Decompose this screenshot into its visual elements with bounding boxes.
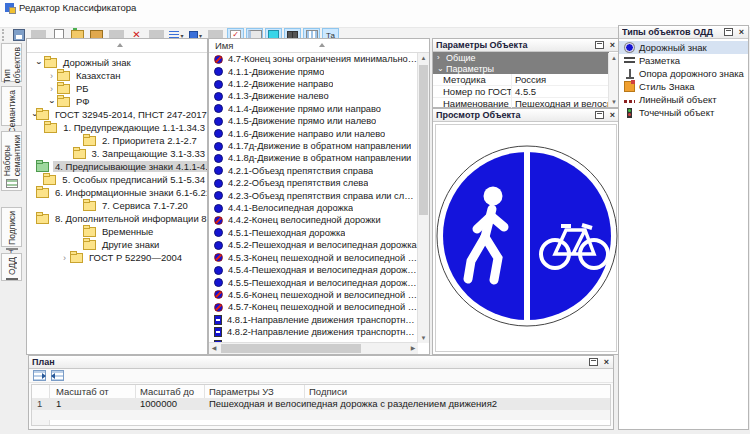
horizontal-scrollbar[interactable]: ◀ ▶ <box>209 342 418 354</box>
odd-type-item[interactable]: Разметка <box>619 54 748 67</box>
odd-types-panel: Типы объектов ОДД × Дорожный знак Размет… <box>618 25 749 430</box>
tree-item[interactable]: › 4. Предписывающие знаки 4.1.1-4.8.3 <box>27 160 207 173</box>
close-icon[interactable]: × <box>610 111 615 120</box>
save-icon[interactable] <box>10 28 27 43</box>
scroll-thumb[interactable] <box>419 65 428 215</box>
tree-item[interactable]: › 8. Дополнительной информации 8.1.1-8.2… <box>27 212 207 225</box>
expand-arrow-icon[interactable]: › <box>47 96 57 107</box>
sign-preview-image <box>436 125 618 353</box>
sign-list-item[interactable]: 4.1.6-Движение направо или налево <box>209 127 418 139</box>
tree-item[interactable]: › 6. Информационные знаки 6.1-6.21.2 <box>27 186 207 199</box>
sidebar-tab-objects[interactable]: Тип объектов <box>1 43 22 82</box>
tree-item[interactable]: › Казахстан <box>27 69 207 82</box>
close-icon[interactable]: × <box>739 28 744 37</box>
tree-column-header[interactable] <box>27 39 207 53</box>
dock-pin-icon[interactable] <box>595 41 604 49</box>
vertical-scrollbar[interactable]: ▲ ▼ <box>417 53 429 343</box>
expand-arrow-icon[interactable]: › <box>59 253 70 263</box>
folder-icon <box>36 214 49 224</box>
odd-type-item[interactable]: Линейный объект <box>619 93 748 106</box>
sign-list-item[interactable]: 4.5.6-Конец пешеходной и велосипедной до… <box>209 289 418 301</box>
tree-item[interactable]: › РБ <box>27 82 207 95</box>
sign-thumb-icon <box>214 266 223 275</box>
sign-list-item[interactable]: 4.1.2-Движение направо <box>209 78 418 90</box>
sign-list-item[interactable]: 4.1.5-Движение прямо или налево <box>209 115 418 127</box>
sign-list-item[interactable]: 4.2.2-Объезд препятствия слева <box>209 177 418 189</box>
sign-list-item[interactable]: 4.5.1-Пешеходная дорожка <box>209 227 418 239</box>
sign-thumb-icon <box>214 191 223 200</box>
object-preview-panel: Просмотр Объекта × <box>432 108 620 355</box>
tree-item[interactable]: › 5. Особых предписаний 5.1-5.34 <box>27 173 207 186</box>
sign-list-item[interactable]: 4.1.1-Движение прямо <box>209 65 418 77</box>
dock-pin-icon[interactable] <box>595 111 604 119</box>
sign-list-item[interactable]: 4.5.7-Конец пешеходной и велосипедной до… <box>209 301 418 313</box>
sign-list-item[interactable]: 4.5.2-Пешеходная и велосипедная дорожка <box>209 239 418 251</box>
odd-type-item[interactable]: Точечный объект <box>619 106 748 119</box>
sign-list-item[interactable]: 4.5.5-Пешеходная и велосипедная дорожка … <box>209 276 418 288</box>
sign-list-item[interactable]: 4.1.4-Движение прямо или направо <box>209 103 418 115</box>
close-icon[interactable]: × <box>604 358 609 367</box>
group-general[interactable]: ›Общие <box>433 52 609 63</box>
sort-ascending-icon <box>319 43 325 47</box>
tree-item[interactable]: › ГОСТ 32945-2014, ПНСТ 247-2017 <box>27 108 207 121</box>
odd-type-icon <box>624 100 635 103</box>
tree-item[interactable]: › Временные <box>27 225 207 238</box>
tree-item[interactable]: › Другие знаки <box>27 238 207 251</box>
sign-list-item[interactable]: 4.2.3-Объезд препятствия справа или слев… <box>209 189 418 201</box>
delete-row-icon[interactable] <box>51 370 64 381</box>
expand-arrow-icon[interactable]: › <box>46 71 57 81</box>
tree-item[interactable]: › 1. Предупреждающие 1.1-1.34.3 <box>27 121 207 134</box>
sign-list-item[interactable]: 4.4.2-Конец велосипедной дорожки <box>209 214 418 226</box>
dock-pin-icon[interactable] <box>724 28 733 36</box>
dock-pin-icon[interactable] <box>589 358 598 366</box>
title-bar: Редактор Классификатора <box>0 0 750 15</box>
sign-list-item[interactable]: 4.2.1-Объезд препятствия справа <box>209 165 418 177</box>
toolbar-grip[interactable] <box>2 29 9 41</box>
sign-list-item[interactable]: 4.7-Конец зоны ограничения минимальной с… <box>209 53 418 65</box>
plan-toolbar <box>29 369 613 383</box>
sidebar-tab-labels[interactable]: Подписи <box>1 207 22 247</box>
folder-icon <box>83 136 96 146</box>
expand-arrow-icon[interactable]: › <box>46 84 57 94</box>
name-column-header[interactable]: Имя <box>209 39 429 53</box>
sign-list-item[interactable]: 4.1.3-Движение налево <box>209 90 418 102</box>
sign-thumb-icon <box>214 154 223 163</box>
odd-type-item[interactable]: Опора дорожного знака <box>619 67 748 80</box>
plan-table-row[interactable]: 1 1 1000000 Пешеходная и велосипедная до… <box>32 398 610 410</box>
close-icon[interactable]: × <box>610 41 615 50</box>
sign-list-item[interactable]: 4.4.1-Велосипедная дорожка <box>209 202 418 214</box>
tree-item[interactable]: › РФ <box>27 95 207 108</box>
sign-list-item[interactable]: 4.8.2-Направление движения транспортных … <box>209 326 418 338</box>
tree-item[interactable]: › 3. Запрещающие 3.1-3.33 <box>27 147 207 160</box>
sign-thumb-icon <box>214 315 222 325</box>
sign-list-item[interactable]: 4.1.8д-Движение в обратном направлении <box>209 152 418 164</box>
sign-list-item[interactable]: 4.5.4-Пешеходная и велосипедная дорожка … <box>209 264 418 276</box>
group-parameters[interactable]: ⌄Параметры <box>433 63 609 74</box>
odd-type-item[interactable]: Дорожный знак <box>619 41 748 54</box>
insert-row-icon[interactable] <box>33 370 46 381</box>
sign-thumb-icon <box>214 216 223 225</box>
expand-arrow-icon[interactable]: › <box>34 57 44 68</box>
sign-list-item[interactable]: 4.8.1-Направление движения транспортных … <box>209 314 418 326</box>
sidebar-tab-semantic-sets[interactable]: Наборы семантики <box>1 131 22 191</box>
odd-type-list: Дорожный знак Разметка Опора дорожного з… <box>619 39 748 119</box>
sign-thumb-icon <box>214 303 223 312</box>
tree-item[interactable]: › 2. Приоритета 2.1-2.7 <box>27 134 207 147</box>
tree-item[interactable]: › Дорожный знак <box>27 56 207 69</box>
odd-type-item[interactable]: Стиль Знака <box>619 80 748 93</box>
sign-thumb-icon <box>214 92 223 101</box>
sign-list-item[interactable]: 4.5.3-Конец пешеходной и велосипедной до… <box>209 252 418 264</box>
tree-item[interactable]: › 7. Сервиса 7.1-7.20 <box>27 199 207 212</box>
plan-grid-header[interactable]: Масштаб от Масштаб до Параметры УЗ Подпи… <box>32 385 610 399</box>
sign-list-item[interactable]: 4.1.7д-Движение в обратном направлении <box>209 140 418 152</box>
window-title: Редактор Классификатора <box>19 2 136 13</box>
plan-grid: Масштаб от Масштаб до Параметры УЗ Подпи… <box>31 384 611 426</box>
sign-thumb-icon <box>214 142 223 151</box>
classifier-tree: › Дорожный знак › Казахстан › РБ › РФ <box>27 53 207 354</box>
folder-icon <box>57 71 70 81</box>
folder-icon <box>57 97 70 107</box>
sidebar-tab-semantics[interactable]: Семантика <box>1 86 22 126</box>
scroll-thumb[interactable] <box>221 344 361 353</box>
sidebar-tab-odd[interactable]: ОДД <box>1 253 22 281</box>
tree-item[interactable]: › ГОСТ Р 52290—2004 <box>27 251 207 264</box>
